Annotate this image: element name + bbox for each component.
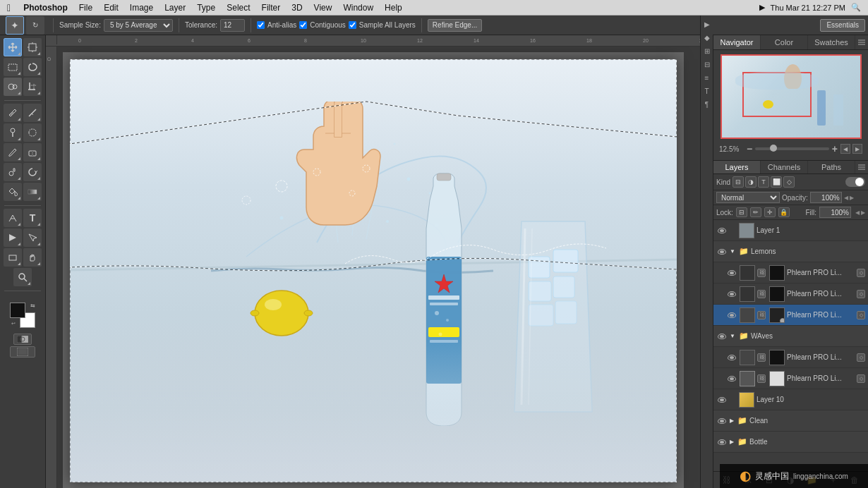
layer-eye-waves[interactable] bbox=[716, 331, 728, 342]
filter-adjustment-icon[interactable]: ◑ bbox=[745, 176, 757, 188]
layer-item-waves-1[interactable]: ⛓ Phlearn PRO Li... ◇ bbox=[713, 347, 868, 368]
waves-collapse-arrow[interactable]: ▼ bbox=[730, 333, 735, 339]
quick-mask-mode[interactable] bbox=[13, 334, 32, 345]
fill-arrow-left[interactable]: ◀ bbox=[855, 209, 860, 216]
zoom-tool[interactable] bbox=[13, 268, 32, 286]
direct-select-tool[interactable] bbox=[23, 228, 42, 247]
tab-channels[interactable]: Channels bbox=[761, 161, 808, 173]
anti-alias-checkbox[interactable] bbox=[257, 21, 265, 29]
eraser-tool[interactable] bbox=[23, 143, 42, 161]
layer-item-clean-group[interactable]: ▶ 📁 Clean bbox=[713, 410, 868, 432]
paint-bucket-tool[interactable] bbox=[4, 183, 22, 201]
foreground-color[interactable] bbox=[10, 303, 25, 318]
navigator-preview[interactable] bbox=[721, 54, 862, 139]
reset-colors-icon[interactable]: ↩ bbox=[11, 321, 16, 327]
bottle-collapse-arrow[interactable]: ▶ bbox=[730, 439, 734, 445]
menu-file[interactable]: File bbox=[73, 0, 98, 15]
filter-shape-icon[interactable]: ⬜ bbox=[771, 176, 782, 188]
zoom-in-button[interactable]: + bbox=[832, 143, 838, 154]
lemons-collapse-arrow[interactable]: ▼ bbox=[730, 248, 735, 255]
panel-toggle-6[interactable]: T bbox=[701, 85, 713, 97]
clone-stamp-tool[interactable] bbox=[4, 163, 22, 181]
patch-tool[interactable] bbox=[23, 123, 42, 142]
layer-eye-clean[interactable] bbox=[716, 415, 728, 427]
tab-color[interactable]: Color bbox=[761, 35, 808, 49]
menu-photoshop[interactable]: Photoshop bbox=[18, 0, 73, 15]
screen-mode-button[interactable] bbox=[10, 346, 35, 358]
magic-wand-tool-icon[interactable]: ✦ bbox=[6, 16, 24, 35]
zoom-out-button[interactable]: − bbox=[747, 143, 752, 154]
document-canvas[interactable] bbox=[63, 52, 684, 488]
lock-transparent-icon[interactable]: ⊟ bbox=[736, 207, 747, 217]
image-canvas[interactable] bbox=[70, 59, 677, 482]
gradient-tool[interactable] bbox=[23, 183, 42, 201]
lock-image-icon[interactable]: ✏ bbox=[750, 207, 761, 217]
layer-item-lemons-1[interactable]: ⛓ Phlearn PRO Li... ◇ bbox=[713, 262, 868, 283]
layer-eye-waves-1[interactable] bbox=[726, 352, 737, 363]
sample-all-checkbox[interactable] bbox=[349, 21, 356, 29]
search-icon[interactable]: 🔍 bbox=[851, 3, 861, 12]
menu-edit[interactable]: Edit bbox=[98, 0, 124, 15]
nav-left-arrow[interactable]: ◀ bbox=[840, 144, 850, 154]
ruler-tool[interactable] bbox=[23, 104, 42, 122]
filter-pixel-icon[interactable]: ⊟ bbox=[733, 176, 744, 188]
panel-menu-icon[interactable] bbox=[855, 35, 868, 49]
zoom-slider[interactable] bbox=[755, 147, 829, 150]
filter-smart-icon[interactable]: ◇ bbox=[783, 176, 795, 188]
brush-tool[interactable] bbox=[4, 143, 22, 161]
blend-mode-dropdown[interactable]: Normal Multiply Screen Overlay bbox=[716, 192, 780, 203]
sample-size-dropdown[interactable]: 5 by 5 Average Point Sample 3 by 3 Avera… bbox=[104, 19, 173, 32]
blend-arrow-left[interactable]: ◀ bbox=[844, 195, 848, 201]
refine-edge-button[interactable]: Refine Edge... bbox=[428, 19, 482, 32]
layer-item-1[interactable]: Layer 1 bbox=[713, 220, 868, 241]
history-brush-tool[interactable] bbox=[23, 163, 42, 181]
contiguous-checkbox[interactable] bbox=[299, 21, 307, 29]
eyedropper-tool[interactable] bbox=[4, 104, 22, 122]
fill-arrow-right[interactable]: ▶ bbox=[861, 209, 865, 216]
filter-toggle[interactable] bbox=[845, 177, 865, 187]
hand-tool[interactable] bbox=[23, 248, 42, 267]
menu-select[interactable]: Select bbox=[221, 0, 255, 15]
zoom-slider-thumb[interactable] bbox=[770, 145, 777, 152]
layer-item-lemons-3[interactable]: ⛓ Phlearn PRO Li... ◇ bbox=[713, 305, 868, 326]
swap-colors-icon[interactable]: ⇆ bbox=[30, 303, 35, 309]
menu-window[interactable]: Window bbox=[337, 0, 379, 15]
quick-select-tool-icon[interactable]: ↻ bbox=[26, 16, 44, 35]
layer-item-waves-group[interactable]: ▼ 📁 WAves bbox=[713, 326, 868, 347]
layer-eye-lemons-2[interactable] bbox=[726, 288, 737, 300]
opacity-input[interactable] bbox=[810, 192, 842, 203]
path-select-tool[interactable] bbox=[4, 228, 22, 247]
apple-menu[interactable]:  bbox=[0, 2, 18, 13]
pen-tool[interactable] bbox=[4, 209, 22, 227]
blend-arrow-right[interactable]: ▶ bbox=[850, 195, 854, 201]
layer-item-10[interactable]: Layer 10 bbox=[713, 389, 868, 410]
menu-3d[interactable]: 3D bbox=[286, 0, 308, 15]
menu-image[interactable]: Image bbox=[124, 0, 159, 15]
tab-navigator[interactable]: Navigator bbox=[713, 35, 761, 49]
clean-collapse-arrow[interactable]: ▶ bbox=[730, 417, 734, 424]
panel-toggle-4[interactable]: ⊟ bbox=[701, 59, 713, 70]
menu-view[interactable]: View bbox=[308, 0, 338, 15]
healing-brush-tool[interactable] bbox=[4, 123, 22, 142]
menu-filter[interactable]: Filter bbox=[256, 0, 287, 15]
nav-right-arrow[interactable]: ▶ bbox=[852, 144, 862, 154]
lasso-tool[interactable] bbox=[23, 58, 42, 76]
rectangular-marquee-tool[interactable] bbox=[4, 58, 22, 76]
essentials-button[interactable]: Essentials bbox=[820, 19, 865, 32]
crop-tool[interactable] bbox=[23, 78, 42, 96]
lock-position-icon[interactable]: ✛ bbox=[764, 207, 776, 217]
panel-toggle-1[interactable]: ▶ bbox=[701, 18, 713, 30]
layer-eye-bottle[interactable] bbox=[716, 437, 728, 448]
layer-eye-waves-2[interactable] bbox=[726, 373, 737, 384]
move-tool[interactable] bbox=[4, 38, 22, 56]
panel-toggle-2[interactable]: ◆ bbox=[701, 32, 713, 43]
layer-item-lemons-group[interactable]: ▼ 📁 Lemons bbox=[713, 241, 868, 262]
shape-tool[interactable] bbox=[4, 248, 22, 267]
tolerance-input[interactable] bbox=[220, 19, 245, 32]
fg-bg-swatches[interactable]: ⇆ ↩ bbox=[10, 303, 35, 328]
text-tool[interactable]: T bbox=[23, 209, 42, 227]
tab-paths[interactable]: Paths bbox=[808, 161, 855, 173]
layer-item-lemons-2[interactable]: ⛓ Phlearn PRO Li... ◇ bbox=[713, 283, 868, 305]
filter-type-icon[interactable]: T bbox=[758, 176, 769, 188]
tab-layers[interactable]: Layers bbox=[713, 161, 761, 173]
